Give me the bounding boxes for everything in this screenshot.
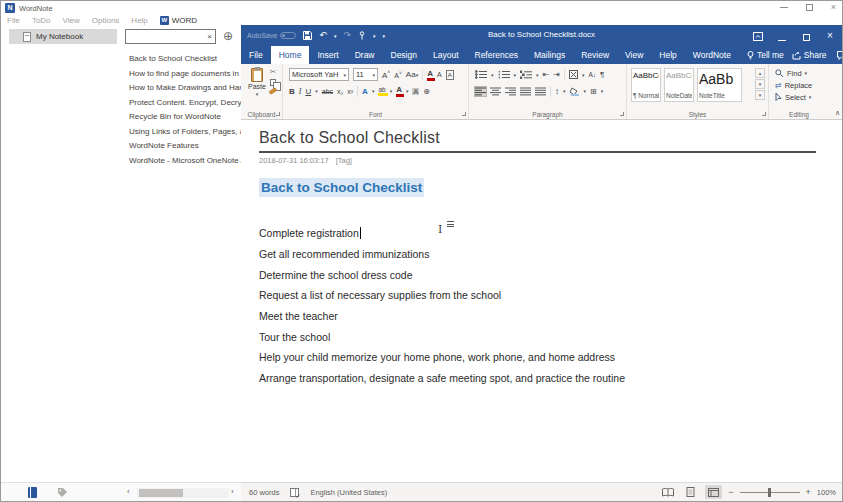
font-name-select[interactable]: Microsoft YaH▾ bbox=[289, 68, 349, 81]
superscript-button[interactable]: x² bbox=[347, 88, 353, 95]
replace-button[interactable]: ⇄ Replace bbox=[775, 80, 812, 90]
clear-search-icon[interactable]: × bbox=[204, 32, 215, 41]
undo-dropdown-icon[interactable]: ▾ bbox=[334, 33, 337, 39]
find-button[interactable]: Find▾ bbox=[775, 68, 812, 78]
copy-icon[interactable] bbox=[270, 79, 276, 86]
numbering-button[interactable] bbox=[498, 70, 510, 79]
tag-icon[interactable] bbox=[57, 487, 68, 498]
page-item[interactable]: Recycle Bin for WordNote bbox=[129, 110, 241, 125]
horizontal-scrollbar[interactable] bbox=[137, 488, 229, 498]
decrease-indent-button[interactable]: ⇤ bbox=[543, 70, 550, 79]
select-button[interactable]: Select▾ bbox=[775, 92, 812, 102]
shrink-font-button[interactable]: A˅ bbox=[394, 70, 402, 79]
tab-file[interactable]: File bbox=[241, 46, 271, 64]
tab-wordnote[interactable]: WordNote bbox=[685, 46, 739, 64]
search-box[interactable]: × bbox=[125, 29, 216, 44]
touch-mode-icon[interactable] bbox=[358, 31, 366, 40]
phonetic-guide-button[interactable]: A bbox=[437, 71, 442, 78]
align-right-button[interactable] bbox=[505, 87, 516, 96]
my-notebook-button[interactable]: My Notebook bbox=[9, 29, 117, 44]
touch-mode-dropdown-icon[interactable]: ▾ bbox=[373, 33, 376, 39]
tab-help[interactable]: Help bbox=[651, 46, 684, 64]
character-shading-button[interactable]: A bbox=[412, 88, 419, 95]
tab-layout[interactable]: Layout bbox=[425, 46, 467, 64]
styles-scroll-up-icon[interactable]: ▴ bbox=[755, 68, 765, 78]
text-effects-button[interactable]: A bbox=[362, 87, 368, 96]
word-launcher-button[interactable]: W WORD bbox=[160, 16, 197, 25]
customize-qat-icon[interactable]: ▾ bbox=[382, 33, 385, 39]
word-count[interactable]: 60 words bbox=[249, 488, 279, 497]
tab-view[interactable]: View bbox=[617, 46, 651, 64]
page-item[interactable]: How to find page documents in WordNote bbox=[129, 67, 241, 82]
page-item[interactable]: Using Links of Folders, Pages, and Parag… bbox=[129, 125, 241, 140]
font-color-button[interactable]: A bbox=[396, 85, 402, 97]
align-center-button[interactable] bbox=[490, 87, 501, 96]
style-normal[interactable]: AaBbCcDc ¶ Normal bbox=[631, 68, 661, 102]
multilevel-list-button[interactable] bbox=[520, 70, 532, 79]
change-case-button[interactable]: Aa▾ bbox=[406, 70, 418, 79]
comments-icon[interactable] bbox=[837, 51, 843, 60]
close-icon[interactable]: × bbox=[831, 3, 836, 12]
sort-button[interactable]: A↓ bbox=[588, 71, 596, 78]
page-item[interactable]: How to Make Drawings and Handwriting bbox=[129, 81, 241, 96]
clipboard-dialog-launcher[interactable] bbox=[276, 112, 280, 116]
menu-view[interactable]: View bbox=[63, 16, 80, 25]
zoom-in-button[interactable]: + bbox=[806, 487, 811, 497]
enclose-characters-button[interactable]: ⊕ bbox=[423, 87, 430, 96]
styles-more-icon[interactable]: ▾ bbox=[755, 90, 765, 100]
zoom-level[interactable]: 100% bbox=[817, 488, 836, 497]
tab-insert[interactable]: Insert bbox=[309, 46, 346, 64]
page-item[interactable]: Protect Content. Encrypt, Decrypt, View bbox=[129, 96, 241, 111]
strikethrough-button[interactable]: abc bbox=[322, 88, 333, 95]
page-item[interactable]: WordNote Features bbox=[129, 139, 241, 154]
zoom-slider[interactable] bbox=[740, 492, 800, 493]
autosave-toggle[interactable]: AutoSave bbox=[247, 32, 296, 39]
show-hide-pilcrow-button[interactable]: ¶ bbox=[600, 70, 604, 79]
font-dialog-launcher[interactable] bbox=[462, 112, 466, 116]
underline-button[interactable]: U bbox=[305, 87, 311, 96]
style-notetitle[interactable]: AaBb NoteTitle bbox=[697, 68, 742, 102]
italic-button[interactable]: I bbox=[299, 87, 302, 96]
print-layout-button[interactable] bbox=[682, 485, 699, 499]
tab-draw[interactable]: Draw bbox=[347, 46, 383, 64]
increase-indent-button[interactable]: ⇥ bbox=[553, 70, 560, 79]
tab-review[interactable]: Review bbox=[573, 46, 617, 64]
collapse-ribbon-icon[interactable]: ∧ bbox=[835, 109, 840, 117]
scroll-left-icon[interactable]: ‹ bbox=[127, 487, 130, 496]
zoom-out-button[interactable]: − bbox=[728, 487, 733, 497]
add-page-icon[interactable]: ⊕ bbox=[223, 30, 233, 42]
menu-todo[interactable]: ToDo bbox=[32, 16, 51, 25]
search-input[interactable] bbox=[126, 32, 204, 41]
borders-button[interactable]: ⊞ bbox=[590, 87, 597, 96]
tab-references[interactable]: References bbox=[467, 46, 526, 64]
web-layout-button[interactable] bbox=[705, 485, 722, 499]
word-close-icon[interactable]: × bbox=[818, 30, 842, 41]
grow-font-button[interactable]: A˄ bbox=[382, 69, 390, 80]
shading-button[interactable] bbox=[570, 87, 580, 96]
scroll-right-icon[interactable]: › bbox=[231, 487, 234, 496]
minimize-icon[interactable] bbox=[780, 7, 788, 8]
page-item[interactable]: WordNote - Microsoft OneNote Alternative bbox=[129, 154, 241, 169]
styles-dialog-launcher[interactable] bbox=[762, 112, 766, 116]
justify-button[interactable] bbox=[520, 87, 531, 96]
distribute-button[interactable] bbox=[535, 87, 546, 96]
menu-options[interactable]: Options bbox=[92, 16, 120, 25]
align-left-button[interactable] bbox=[475, 87, 486, 96]
subscript-button[interactable]: x₂ bbox=[337, 88, 343, 95]
tab-design[interactable]: Design bbox=[383, 46, 425, 64]
highlight-color-button[interactable]: ab bbox=[378, 86, 385, 96]
page-item[interactable]: Back to School Checklist bbox=[129, 52, 241, 67]
tab-mailings[interactable]: Mailings bbox=[526, 46, 573, 64]
language-status[interactable]: English (United States) bbox=[310, 488, 387, 497]
font-size-select[interactable]: 11▾ bbox=[353, 68, 378, 81]
menu-file[interactable]: File bbox=[7, 16, 20, 25]
paragraph-dialog-launcher[interactable] bbox=[620, 112, 624, 116]
asian-layout-button[interactable] bbox=[569, 70, 578, 79]
undo-icon[interactable]: ↶ bbox=[319, 31, 327, 40]
save-icon[interactable] bbox=[303, 31, 312, 40]
read-mode-button[interactable] bbox=[659, 485, 676, 499]
clear-formatting-button[interactable]: A bbox=[427, 69, 433, 81]
character-border-button[interactable]: A bbox=[446, 70, 454, 80]
bullets-button[interactable] bbox=[475, 70, 487, 79]
styles-scroll-down-icon[interactable]: ▾ bbox=[755, 79, 765, 89]
